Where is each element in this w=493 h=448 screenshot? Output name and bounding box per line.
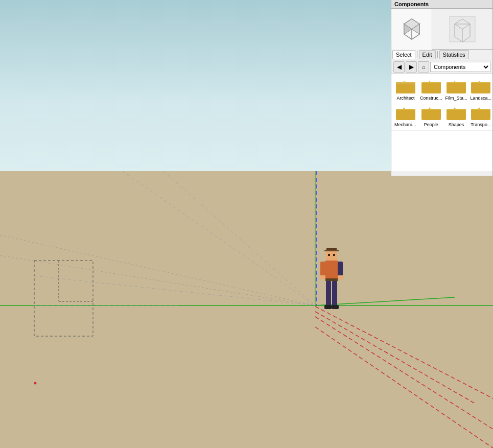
svg-rect-20 <box>326 251 337 261</box>
folder-mechanic-icon <box>396 105 415 121</box>
box-thumbnail <box>399 16 425 42</box>
tabs-row: Select Edit Statistics <box>391 50 492 60</box>
folder-item-shapes[interactable]: Shapes <box>444 103 468 128</box>
folder-item-people[interactable]: People <box>419 103 443 128</box>
svg-rect-19 <box>324 250 339 251</box>
folder-mechanic-label: Mechanic... <box>394 122 417 127</box>
svg-rect-47 <box>447 82 466 93</box>
svg-rect-25 <box>338 262 343 276</box>
svg-rect-51 <box>447 109 466 120</box>
folder-grid: Architect Construc... Film_Sta... Landsc… <box>391 74 492 130</box>
svg-rect-32 <box>332 305 339 309</box>
folder-architect-label: Architect <box>396 96 414 101</box>
tab-separator-1 <box>417 51 417 58</box>
svg-rect-21 <box>328 254 330 256</box>
folder-construct-label: Construc... <box>420 96 442 101</box>
svg-rect-31 <box>324 305 332 309</box>
svg-rect-50 <box>421 109 441 120</box>
nav-forward-button[interactable]: ▶ <box>406 61 417 73</box>
folder-people-label: People <box>424 122 438 127</box>
character <box>318 248 345 322</box>
svg-rect-28 <box>325 278 338 281</box>
panel-empty-area <box>391 130 492 171</box>
svg-rect-29 <box>326 281 331 306</box>
svg-rect-52 <box>471 109 490 120</box>
svg-rect-46 <box>421 82 441 93</box>
folder-transport-label: Transpo... <box>471 122 491 127</box>
home-icon: ⌂ <box>422 64 426 70</box>
thumbnail-area <box>391 9 492 50</box>
folder-landscape-icon <box>471 78 490 95</box>
folder-item-construct[interactable]: Construc... <box>419 76 443 102</box>
components-dropdown[interactable]: Components <box>430 62 490 72</box>
tab-select[interactable]: Select <box>392 50 415 59</box>
ground <box>0 171 493 448</box>
folder-architect-icon <box>396 78 415 95</box>
svg-rect-24 <box>320 262 325 276</box>
folder-item-transport[interactable]: Transpo... <box>469 103 493 128</box>
folder-shapes-icon <box>447 105 466 121</box>
svg-rect-27 <box>338 275 343 279</box>
nav-back-button[interactable]: ◀ <box>393 61 405 73</box>
folder-item-mechanic[interactable]: Mechanic... <box>393 103 418 128</box>
folder-item-film[interactable]: Film_Sta... <box>444 76 468 102</box>
tab-separator-2 <box>437 51 438 58</box>
tab-edit[interactable]: Edit <box>419 50 436 59</box>
nav-row: ◀ ▶ ⌂ Components <box>391 60 492 74</box>
svg-rect-22 <box>333 254 335 256</box>
folder-transport-icon <box>471 105 490 121</box>
thumbnail-secondary[interactable] <box>432 9 492 49</box>
tab-statistics[interactable]: Statistics <box>439 50 469 59</box>
svg-rect-48 <box>471 82 490 93</box>
panel-title: Components <box>391 0 492 9</box>
folder-film-label: Film_Sta... <box>445 96 467 101</box>
back-arrow-icon: ◀ <box>397 63 402 70</box>
svg-rect-30 <box>332 281 337 306</box>
folder-construct-icon <box>421 78 441 95</box>
svg-rect-26 <box>320 275 325 279</box>
svg-rect-45 <box>396 84 415 93</box>
folder-landscape-label: Landsca... <box>471 96 492 101</box>
folder-shapes-label: Shapes <box>449 122 464 127</box>
thumbnail-main[interactable] <box>391 9 432 50</box>
folder-film-icon <box>447 78 466 95</box>
components-panel: Components Select Edit <box>391 0 493 176</box>
folder-item-architect[interactable]: Architect <box>393 76 418 102</box>
nav-home-button[interactable]: ⌂ <box>418 61 429 73</box>
folder-people-icon <box>421 105 441 121</box>
secondary-thumbnail <box>447 14 478 44</box>
svg-rect-49 <box>396 109 415 120</box>
folder-item-landscape[interactable]: Landsca... <box>469 76 493 102</box>
forward-arrow-icon: ▶ <box>409 63 414 70</box>
svg-rect-23 <box>325 261 338 280</box>
